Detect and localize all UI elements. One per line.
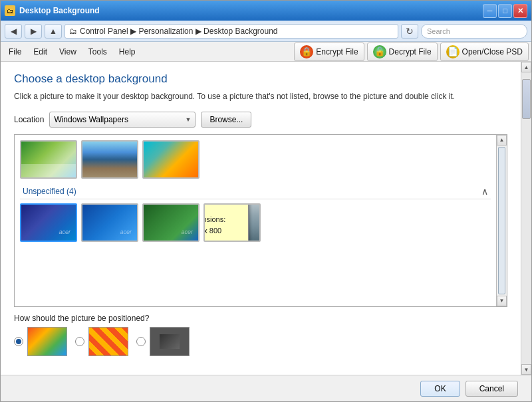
address-bar: ◀ ▶ ▲ 🗂 Control Panel ▶ Personalization …: [1, 21, 531, 42]
search-placeholder: Search: [427, 27, 450, 35]
page-description: Click a picture to make it your desktop …: [14, 91, 507, 102]
grid-scrollbar: ▲ ▼: [496, 135, 507, 306]
fill-preview: [27, 327, 67, 356]
back-button[interactable]: ◀: [5, 24, 22, 39]
toolbar-items: 🔒 Encrypt File 🔓 Decrypt File 📄 Open/Clo…: [294, 43, 529, 61]
location-value: Windows Wallpapers: [54, 115, 128, 124]
folder-icon: 🗂: [69, 27, 77, 36]
title-bar: 🗂 Desktop Background ─ □ ✕: [1, 1, 531, 21]
center-preview: [150, 327, 190, 356]
close-button[interactable]: ✕: [513, 4, 527, 18]
tile-preview: [88, 327, 128, 356]
fill-radio[interactable]: [14, 337, 23, 346]
wallpaper-tooltip: w217411a8x5.jpg Type: JPEG Image Size: 1…: [203, 203, 249, 242]
wallpaper-acer2[interactable]: [81, 203, 138, 242]
decrypt-label: Decrypt File: [389, 47, 432, 56]
location-label: Location: [14, 115, 44, 124]
scroll-track[interactable]: [521, 72, 531, 364]
psd-label: Open/Close PSD: [462, 47, 523, 56]
main-window: 🗂 Desktop Background ─ □ ✕ ◀ ▶ ▲ 🗂 Contr…: [0, 0, 532, 402]
search-box[interactable]: Search: [421, 24, 527, 39]
content-area: Choose a desktop background Click a pict…: [1, 62, 521, 375]
menu-tools[interactable]: Tools: [83, 45, 112, 59]
wallpaper-nature1[interactable]: [20, 140, 77, 179]
position-section: How should the picture be positioned?: [14, 314, 507, 356]
encrypt-icon: 🔒: [300, 45, 313, 58]
main-content: Choose a desktop background Click a pict…: [1, 62, 531, 375]
location-select[interactable]: Windows Wallpapers ▼: [49, 112, 196, 128]
wallpaper-acer1[interactable]: [20, 203, 77, 242]
decrypt-icon: 🔓: [373, 45, 386, 58]
menu-file[interactable]: File: [3, 45, 27, 59]
wallpaper-nature3[interactable]: [142, 140, 200, 179]
position-tile-option[interactable]: [75, 327, 128, 356]
minimize-button[interactable]: ─: [483, 4, 497, 18]
position-fill-option[interactable]: [14, 327, 67, 356]
position-options-row: [14, 327, 507, 356]
nature-wallpapers-row: [20, 140, 491, 179]
title-bar-buttons: ─ □ ✕: [483, 4, 527, 18]
tooltip-dimensions: Dimensions: 1280 x 800: [203, 214, 243, 237]
window-icon: 🗂: [5, 5, 15, 16]
browse-button[interactable]: Browse...: [201, 112, 251, 128]
center-preview-bg: [150, 328, 189, 355]
up-button[interactable]: ▲: [45, 24, 62, 39]
bottom-bar: OK Cancel: [1, 375, 531, 401]
menu-view[interactable]: View: [54, 45, 82, 59]
maximize-button[interactable]: □: [498, 4, 512, 18]
tile-preview-image: [89, 328, 128, 355]
ok-button[interactable]: OK: [420, 381, 460, 397]
main-scrollbar: ▲ ▼: [521, 62, 531, 375]
scroll-up-arrow[interactable]: ▲: [497, 135, 507, 146]
unspecified-section-header: Unspecified (4) ∧: [20, 184, 491, 199]
position-center-option[interactable]: [136, 327, 190, 356]
tooltip-date: Date modified: 9/19/2008 2:36 AM: [203, 203, 243, 214]
title-bar-left: 🗂 Desktop Background: [5, 5, 100, 16]
collapse-icon[interactable]: ∧: [481, 186, 488, 197]
window-title: Desktop Background: [19, 6, 100, 15]
forward-button[interactable]: ▶: [25, 24, 42, 39]
wallpaper-building[interactable]: w217411a8x5.jpg Type: JPEG Image Size: 1…: [203, 203, 261, 242]
unspecified-title: Unspecified (4): [23, 187, 76, 196]
menu-bar: File Edit View Tools Help 🔒 Encrypt File…: [1, 42, 531, 62]
menu-edit[interactable]: Edit: [28, 45, 53, 59]
scroll-down-arrow[interactable]: ▼: [497, 296, 507, 306]
wallpaper-acer3[interactable]: [142, 203, 200, 242]
encrypt-label: Encrypt File: [316, 47, 358, 56]
position-label: How should the picture be positioned?: [14, 314, 507, 323]
wallpaper-nature2[interactable]: [81, 140, 138, 179]
main-scroll-down[interactable]: ▼: [521, 364, 531, 375]
tile-radio[interactable]: [75, 337, 84, 346]
center-radio[interactable]: [136, 337, 146, 346]
page-heading: Choose a desktop background: [14, 72, 507, 86]
dropdown-arrow-icon: ▼: [185, 116, 191, 123]
refresh-button[interactable]: ↻: [401, 24, 418, 39]
path-text: Control Panel ▶ Personalization ▶ Deskto…: [80, 27, 278, 36]
open-close-psd-button[interactable]: 📄 Open/Close PSD: [440, 43, 529, 61]
fill-preview-image: [28, 328, 66, 355]
center-preview-image: [160, 334, 180, 349]
main-scroll-up[interactable]: ▲: [521, 62, 531, 72]
psd-icon: 📄: [446, 45, 460, 58]
encrypt-button[interactable]: 🔒 Encrypt File: [294, 43, 364, 61]
scroll-thumb[interactable]: [498, 147, 505, 294]
location-row: Location Windows Wallpapers ▼ Browse...: [14, 112, 507, 128]
cancel-button[interactable]: Cancel: [466, 381, 518, 397]
wallpaper-grid-container: Unspecified (4) ∧ w217411a8x5.jpg Type:: [14, 134, 507, 307]
unspecified-wallpapers-row: w217411a8x5.jpg Type: JPEG Image Size: 1…: [20, 203, 491, 242]
grid-scroll-content[interactable]: Unspecified (4) ∧ w217411a8x5.jpg Type:: [15, 135, 496, 306]
main-scroll-thumb[interactable]: [522, 79, 531, 119]
address-path[interactable]: 🗂 Control Panel ▶ Personalization ▶ Desk…: [65, 24, 398, 39]
decrypt-button[interactable]: 🔓 Decrypt File: [367, 43, 438, 61]
menu-help[interactable]: Help: [114, 45, 141, 59]
